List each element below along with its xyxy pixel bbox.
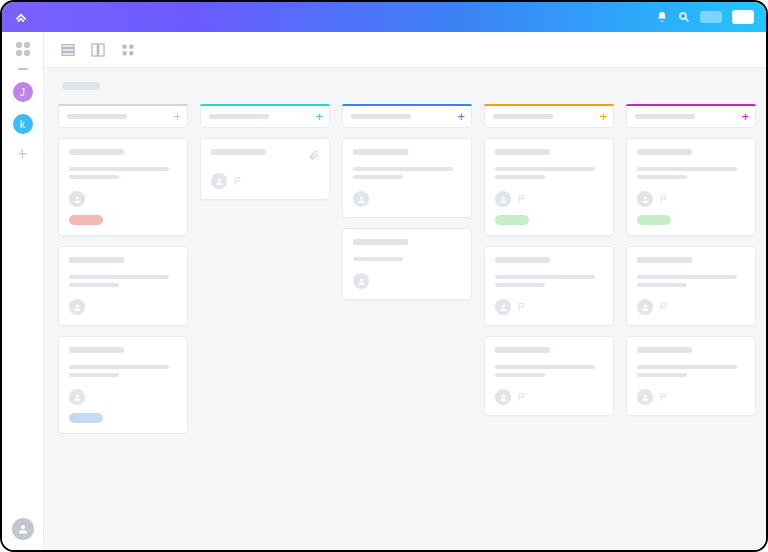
workspace-avatar-k[interactable]: k (13, 114, 33, 134)
card-text-placeholder (637, 283, 687, 287)
grid-view-icon[interactable] (120, 42, 136, 58)
assignee-avatar-icon[interactable] (637, 299, 653, 315)
board-title-placeholder (62, 82, 100, 90)
app-logo-icon[interactable] (14, 10, 28, 24)
attachment-icon (308, 150, 319, 161)
kanban-board: +++++ (58, 104, 766, 536)
card-meta-row (69, 191, 177, 207)
column-header[interactable]: + (342, 104, 472, 128)
board-column: + (484, 104, 614, 536)
column-accent (200, 104, 330, 106)
column-header[interactable]: + (200, 104, 330, 128)
column-header[interactable]: + (484, 104, 614, 128)
card-tag[interactable] (69, 413, 103, 423)
task-card[interactable] (626, 246, 756, 326)
card-text-placeholder (495, 175, 545, 179)
svg-rect-9 (123, 51, 127, 55)
card-title-placeholder (353, 239, 408, 245)
user-menu-icon[interactable] (12, 518, 34, 540)
assignee-avatar-icon[interactable] (211, 173, 227, 189)
card-text-placeholder (353, 167, 453, 171)
workspace-avatar-j[interactable]: J (13, 82, 33, 102)
svg-rect-2 (62, 44, 74, 47)
task-card[interactable] (342, 138, 472, 218)
list-view-icon[interactable] (60, 42, 76, 58)
priority-flag-icon[interactable] (233, 176, 243, 186)
task-card[interactable] (58, 138, 188, 236)
column-title-placeholder (209, 114, 269, 119)
card-text-placeholder (637, 275, 737, 279)
priority-flag-icon[interactable] (659, 302, 669, 312)
card-text-placeholder (353, 257, 403, 261)
task-card[interactable] (484, 246, 614, 326)
svg-point-17 (502, 196, 505, 199)
card-text-placeholder (637, 373, 687, 377)
card-tag[interactable] (69, 215, 103, 225)
assignee-avatar-icon[interactable] (69, 389, 85, 405)
add-card-button[interactable]: + (599, 109, 607, 124)
column-accent (626, 104, 756, 106)
assignee-avatar-icon[interactable] (637, 191, 653, 207)
task-card[interactable] (342, 228, 472, 300)
collapse-icon[interactable] (18, 68, 28, 70)
add-workspace-button[interactable]: + (18, 146, 27, 162)
add-card-button[interactable]: + (457, 109, 465, 124)
card-meta-row (637, 191, 745, 207)
svg-point-16 (360, 278, 363, 281)
svg-rect-5 (92, 44, 97, 56)
card-title-placeholder (69, 149, 124, 155)
svg-point-19 (502, 394, 505, 397)
card-meta-row (211, 173, 319, 189)
assignee-avatar-icon[interactable] (353, 273, 369, 289)
priority-flag-icon[interactable] (517, 302, 527, 312)
task-card[interactable] (626, 336, 756, 416)
task-card[interactable] (484, 336, 614, 416)
search-icon[interactable] (678, 11, 690, 23)
task-card[interactable] (58, 336, 188, 434)
card-tag[interactable] (637, 215, 671, 225)
topbar-pill-primary[interactable] (732, 10, 754, 24)
card-title-placeholder (637, 257, 692, 263)
board-view-icon[interactable] (90, 42, 106, 58)
priority-flag-icon[interactable] (659, 194, 669, 204)
column-accent (58, 104, 188, 106)
add-card-button[interactable]: + (741, 109, 749, 124)
main-area: +++++ (44, 32, 766, 550)
task-card[interactable] (484, 138, 614, 236)
card-meta-row (495, 191, 603, 207)
priority-flag-icon[interactable] (659, 392, 669, 402)
column-title-placeholder (493, 114, 553, 119)
add-card-button[interactable]: + (173, 109, 181, 124)
assignee-avatar-icon[interactable] (69, 191, 85, 207)
card-tag[interactable] (495, 215, 529, 225)
priority-flag-icon[interactable] (517, 194, 527, 204)
task-card[interactable] (200, 138, 330, 200)
assignee-avatar-icon[interactable] (495, 191, 511, 207)
card-text-placeholder (69, 373, 119, 377)
task-card[interactable] (58, 246, 188, 326)
card-meta-row (353, 273, 461, 289)
assignee-avatar-icon[interactable] (637, 389, 653, 405)
column-header[interactable]: + (626, 104, 756, 128)
apps-grid-icon[interactable] (16, 42, 30, 56)
card-title-placeholder (211, 149, 266, 155)
topbar-pill-secondary[interactable] (700, 11, 722, 23)
assignee-avatar-icon[interactable] (495, 299, 511, 315)
card-meta-row (353, 191, 461, 207)
task-card[interactable] (626, 138, 756, 236)
card-meta-row (495, 299, 603, 315)
assignee-avatar-icon[interactable] (353, 191, 369, 207)
svg-rect-10 (129, 51, 133, 55)
card-text-placeholder (69, 175, 119, 179)
card-title-placeholder (495, 149, 550, 155)
assignee-avatar-icon[interactable] (495, 389, 511, 405)
svg-point-18 (502, 304, 505, 307)
add-card-button[interactable]: + (315, 109, 323, 124)
assignee-avatar-icon[interactable] (69, 299, 85, 315)
card-meta-row (495, 389, 603, 405)
column-header[interactable]: + (58, 104, 188, 128)
bell-icon[interactable] (656, 11, 668, 23)
svg-point-23 (21, 525, 25, 529)
svg-rect-8 (129, 44, 133, 48)
priority-flag-icon[interactable] (517, 392, 527, 402)
